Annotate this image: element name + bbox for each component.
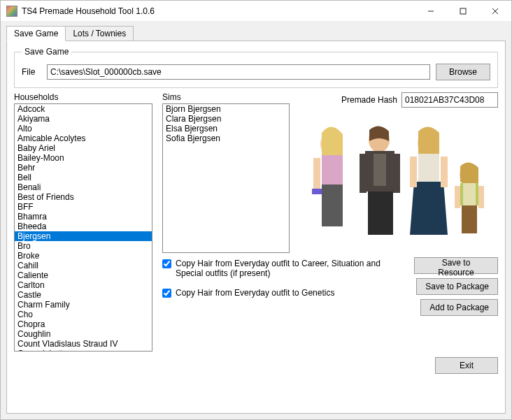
svg-rect-22 [462,205,477,233]
exit-button[interactable]: Exit [435,357,498,374]
list-item[interactable]: Best of Friends [15,192,152,202]
list-item[interactable]: BFF [15,202,152,212]
close-button[interactable] [479,1,511,22]
list-item[interactable]: Clara Bjergsen [163,114,289,124]
list-item[interactable]: Coughlin [15,329,152,339]
svg-rect-11 [374,154,386,186]
list-item[interactable]: Broke [15,251,152,261]
svg-rect-21 [463,183,476,205]
list-item[interactable]: Bjergsen [15,231,152,241]
app-icon [6,6,17,17]
list-item[interactable]: Caliente [15,270,152,280]
svg-rect-5 [322,155,343,184]
minimize-button[interactable] [415,1,447,22]
app-window: TS4 Premade Household Tool 1.0.6 Save Ga… [0,0,512,420]
premade-hash-input[interactable] [401,92,498,108]
svg-rect-23 [455,186,460,208]
list-item[interactable]: Bro [15,241,152,251]
copy-hair-genetics-label: Copy Hair from Everyday outfit to Geneti… [176,288,334,298]
copy-hair-outfits-label: Copy Hair from Everyday outfit to Career… [176,259,404,278]
list-item[interactable]: Bhamra [15,212,152,222]
sims-label: Sims [162,92,290,102]
svg-rect-14 [393,154,400,193]
add-to-package-button[interactable]: Add to Package [420,299,498,316]
list-item[interactable]: Alto [15,124,152,133]
minimize-icon [427,8,434,15]
svg-rect-1 [460,8,466,14]
list-item[interactable]: Behr [15,163,152,173]
list-item[interactable]: Chopra [15,319,152,329]
list-item[interactable]: Baby Ariel [15,143,152,153]
file-path-input[interactable] [47,64,430,80]
sims-listbox[interactable]: Bjorn BjergsenClara BjergsenElsa Bjergse… [162,103,290,253]
list-item[interactable]: Crumplebottom [15,349,152,352]
list-item[interactable]: Bell [15,173,152,182]
list-item[interactable]: Count Vladislaus Straud IV [15,339,152,349]
household-portrait [299,113,498,239]
save-file-group: Save Game File Browse [14,47,498,88]
list-item[interactable]: Amicable Acolytes [15,133,152,143]
window-title: TS4 Premade Household Tool 1.0.6 [22,6,415,16]
save-to-resource-button[interactable]: Save to Resource [414,257,498,274]
save-file-group-legend: Save Game [22,47,71,57]
list-item[interactable]: Cahill [15,261,152,270]
tab-lots-townies[interactable]: Lots / Townies [65,26,134,41]
svg-rect-7 [313,158,320,193]
copy-hair-outfits-checkbox[interactable] [162,259,171,268]
svg-rect-12 [368,191,393,235]
list-item[interactable]: Benali [15,182,152,192]
save-to-package-button[interactable]: Save to Package [416,278,498,295]
list-item[interactable]: Elsa Bjergsen [163,124,289,133]
close-icon [492,8,499,15]
copy-hair-genetics-checkbox[interactable] [162,289,171,298]
svg-rect-6 [322,184,343,226]
svg-rect-16 [418,154,439,182]
client-area: Save Game Lots / Townies Save Game File … [1,22,511,419]
svg-rect-18 [441,157,448,187]
list-item[interactable]: Sofia Bjergsen [163,133,289,143]
list-item[interactable]: Bjorn Bjergsen [163,104,289,114]
tab-page-save-game: Save Game File Browse Households AdcockA… [6,41,506,414]
list-item[interactable]: Bheeda [15,222,152,231]
svg-rect-8 [312,189,322,194]
list-item[interactable]: Adcock [15,104,152,114]
list-item[interactable]: Carlton [15,280,152,290]
list-item[interactable]: Charm Family [15,300,152,310]
tab-save-game[interactable]: Save Game [6,26,66,41]
tab-strip: Save Game Lots / Townies [6,26,506,41]
list-item[interactable]: Castle [15,290,152,300]
maximize-button[interactable] [447,1,479,22]
svg-rect-24 [478,186,484,208]
titlebar: TS4 Premade Household Tool 1.0.6 [1,1,511,22]
list-item[interactable]: Bailey-Moon [15,153,152,163]
households-listbox[interactable]: AdcockAkiyamaAltoAmicable AcolytesBaby A… [14,103,152,352]
svg-rect-17 [410,157,417,187]
households-label: Households [14,92,152,102]
file-label: File [22,67,41,77]
maximize-icon [460,8,467,15]
list-item[interactable]: Akiyama [15,114,152,124]
svg-rect-13 [360,154,367,193]
browse-button[interactable]: Browse [436,64,490,80]
list-item[interactable]: Cho [15,310,152,319]
premade-hash-label: Premade Hash [341,95,397,105]
